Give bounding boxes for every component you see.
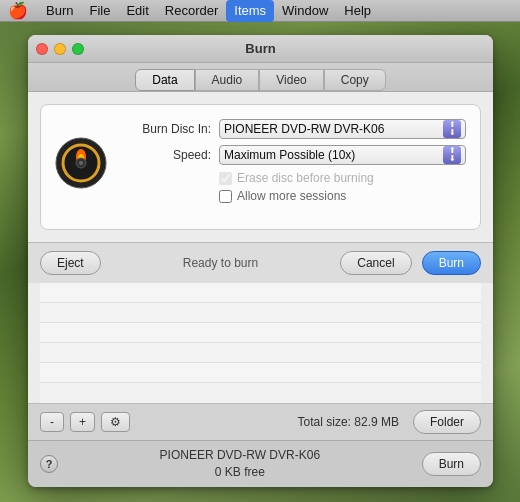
folder-button[interactable]: Folder [413, 410, 481, 434]
content-row [40, 303, 481, 323]
sessions-checkbox[interactable] [219, 190, 232, 203]
speed-arrow: ⬆⬇ [443, 146, 461, 164]
tab-data[interactable]: Data [135, 69, 194, 91]
action-bar: Eject Ready to burn Cancel Burn [28, 242, 493, 283]
content-area [40, 283, 481, 403]
remove-button[interactable]: - [40, 412, 64, 432]
gear-button[interactable]: ⚙ [101, 412, 130, 432]
sessions-label: Allow more sessions [237, 189, 346, 203]
menubar-file[interactable]: File [81, 0, 118, 22]
apple-menu[interactable]: 🍎 [8, 1, 28, 20]
statusbar: ? PIONEER DVD-RW DVR-K06 0 KB free Burn [28, 440, 493, 487]
tab-audio[interactable]: Audio [195, 69, 260, 91]
menubar-window[interactable]: Window [274, 0, 336, 22]
burn-window: Burn Data Audio Video Copy [28, 35, 493, 487]
content-row [40, 363, 481, 383]
sessions-row: Allow more sessions [219, 189, 466, 203]
device-space: 0 KB free [68, 464, 412, 481]
content-row [40, 343, 481, 363]
window-controls [36, 43, 84, 55]
burn-disc-arrow: ⬆⬇ [443, 120, 461, 138]
tab-bar: Data Audio Video Copy [28, 63, 493, 92]
statusbar-burn-button[interactable]: Burn [422, 452, 481, 476]
burn-dialog: Burn Disc In: PIONEER DVD-RW DVR-K06 ⬆⬇ … [40, 104, 481, 230]
menubar-edit[interactable]: Edit [118, 0, 156, 22]
speed-value: Maximum Possible (10x) [224, 148, 355, 162]
erase-checkbox[interactable] [219, 172, 232, 185]
window-title: Burn [245, 41, 275, 56]
titlebar: Burn [28, 35, 493, 63]
speed-row: Speed: Maximum Possible (10x) ⬆⬇ [121, 145, 466, 165]
menubar: 🍎 Burn File Edit Recorder Items Window H… [0, 0, 520, 22]
device-name: PIONEER DVD-RW DVR-K06 [68, 447, 412, 464]
menubar-burn[interactable]: Burn [38, 0, 81, 22]
device-info: PIONEER DVD-RW DVR-K06 0 KB free [68, 447, 412, 481]
burn-disc-value: PIONEER DVD-RW DVR-K06 [224, 122, 384, 136]
burn-button[interactable]: Burn [422, 251, 481, 275]
disc-icon [55, 137, 107, 189]
erase-label: Erase disc before burning [237, 171, 374, 185]
minimize-button[interactable] [54, 43, 66, 55]
burn-disc-select[interactable]: PIONEER DVD-RW DVR-K06 ⬆⬇ [219, 119, 466, 139]
tab-copy[interactable]: Copy [324, 69, 386, 91]
tab-video[interactable]: Video [259, 69, 323, 91]
speed-select[interactable]: Maximum Possible (10x) ⬆⬇ [219, 145, 466, 165]
menubar-help[interactable]: Help [336, 0, 379, 22]
status-text: Ready to burn [111, 256, 331, 270]
svg-point-7 [79, 161, 83, 165]
menubar-recorder[interactable]: Recorder [157, 0, 226, 22]
burn-disc-label: Burn Disc In: [121, 122, 211, 136]
burn-disc-row: Burn Disc In: PIONEER DVD-RW DVR-K06 ⬆⬇ [121, 119, 466, 139]
add-button[interactable]: + [70, 412, 95, 432]
content-row [40, 283, 481, 303]
close-button[interactable] [36, 43, 48, 55]
content-row [40, 323, 481, 343]
speed-label: Speed: [121, 148, 211, 162]
erase-row: Erase disc before burning [219, 171, 466, 185]
bottom-toolbar: - + ⚙ Total size: 82.9 MB Folder [28, 403, 493, 440]
eject-button[interactable]: Eject [40, 251, 101, 275]
dialog-fields: Burn Disc In: PIONEER DVD-RW DVR-K06 ⬆⬇ … [121, 119, 466, 207]
help-button[interactable]: ? [40, 455, 58, 473]
cancel-button[interactable]: Cancel [340, 251, 411, 275]
menubar-items[interactable]: Items [226, 0, 274, 22]
maximize-button[interactable] [72, 43, 84, 55]
total-size-label: Total size: 82.9 MB [136, 415, 399, 429]
